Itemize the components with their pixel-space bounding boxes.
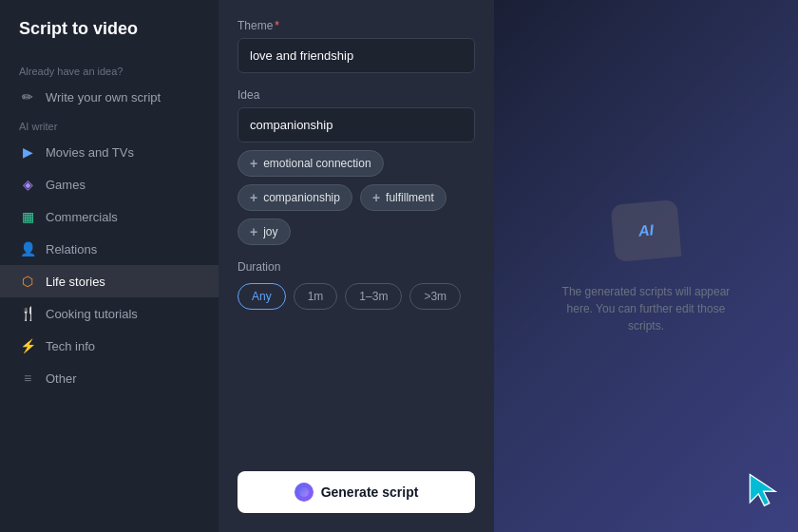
cooking-icon: 🍴 (19, 305, 36, 322)
idea-input[interactable] (238, 107, 475, 142)
plus-icon-1: + (250, 156, 257, 171)
tag-fulfillment[interactable]: + fulfillment (360, 184, 446, 211)
theme-field: Theme * (238, 19, 475, 73)
sidebar-item-other-label: Other (46, 371, 77, 386)
plus-icon-4: + (250, 224, 257, 239)
duration-buttons: Any 1m 1–3m >3m (238, 283, 475, 310)
sidebar-item-life-label: Life stories (46, 275, 105, 289)
duration-gt3m-button[interactable]: >3m (409, 283, 461, 310)
sidebar-item-relations-label: Relations (46, 242, 97, 256)
plus-icon-3: + (372, 190, 380, 205)
sidebar-section-ai-label: AI writer (0, 113, 218, 136)
tag-label-3: fulfillment (386, 191, 434, 204)
pencil-icon: ✏ (19, 88, 36, 105)
duration-1-3m-button[interactable]: 1–3m (345, 283, 402, 310)
sidebar-item-other[interactable]: ≡ Other (0, 362, 218, 394)
form-panel: Theme * Idea + emotional connection + co… (218, 0, 494, 532)
generate-script-button[interactable]: Generate script (238, 471, 475, 513)
sidebar-item-tech[interactable]: ⚡ Tech info (0, 330, 218, 362)
sidebar: Script to video Already have an idea? ✏ … (0, 0, 218, 532)
duration-1m-button[interactable]: 1m (294, 283, 338, 310)
movies-icon: ▶ (19, 143, 36, 161)
sidebar-item-write-own-label: Write your own script (46, 90, 161, 104)
commercials-icon: ▦ (19, 208, 36, 225)
sidebar-item-tech-label: Tech info (46, 339, 95, 353)
tags-container: + emotional connection + companionship +… (238, 150, 475, 245)
ai-logo: AI (608, 198, 684, 264)
life-icon: ⬡ (19, 273, 36, 290)
duration-field: Duration Any 1m 1–3m >3m (238, 260, 475, 310)
preview-panel: AI The generated scripts will appear her… (494, 0, 798, 532)
idea-label: Idea (238, 88, 475, 102)
tag-joy[interactable]: + joy (238, 218, 291, 245)
plus-icon-2: + (250, 190, 257, 205)
theme-required-marker: * (275, 19, 279, 32)
tag-companionship[interactable]: + companionship (238, 184, 352, 211)
sidebar-section-idea-label: Already have an idea? (0, 58, 218, 81)
sidebar-item-movies[interactable]: ▶ Movies and TVs (0, 136, 218, 168)
sidebar-item-write-own[interactable]: ✏ Write your own script (0, 81, 218, 113)
idea-field: Idea + emotional connection + companions… (238, 88, 475, 245)
preview-empty-text: The generated scripts will appear here. … (551, 283, 741, 334)
generate-script-label: Generate script (321, 484, 419, 500)
relations-icon: 👤 (19, 240, 36, 257)
tag-label-4: joy (263, 225, 277, 238)
ai-logo-shape: AI (611, 200, 682, 262)
tag-emotional-connection[interactable]: + emotional connection (238, 150, 384, 177)
tag-label-2: companionship (263, 191, 340, 204)
sidebar-item-movies-label: Movies and TVs (46, 145, 134, 160)
theme-input[interactable] (238, 38, 475, 73)
sidebar-item-cooking[interactable]: 🍴 Cooking tutorials (0, 297, 218, 330)
sidebar-item-cooking-label: Cooking tutorials (46, 307, 138, 321)
tag-label-1: emotional connection (263, 157, 370, 170)
ai-logo-text: AI (637, 221, 655, 239)
main-panel: Theme * Idea + emotional connection + co… (218, 0, 798, 532)
sidebar-item-relations[interactable]: 👤 Relations (0, 233, 218, 265)
sidebar-item-games[interactable]: ◈ Games (0, 168, 218, 200)
other-icon: ≡ (19, 370, 36, 387)
sidebar-item-commercials-label: Commercials (46, 210, 118, 224)
duration-label: Duration (238, 260, 475, 274)
generate-icon (294, 483, 314, 502)
tech-icon: ⚡ (19, 337, 36, 354)
theme-label: Theme * (238, 19, 475, 32)
svg-marker-1 (750, 474, 775, 505)
svg-point-0 (299, 487, 309, 497)
sidebar-item-life[interactable]: ⬡ Life stories (0, 265, 218, 297)
sidebar-item-games-label: Games (46, 178, 86, 192)
app-title: Script to video (0, 19, 218, 58)
sidebar-item-commercials[interactable]: ▦ Commercials (0, 200, 218, 233)
games-icon: ◈ (19, 176, 36, 193)
duration-any-button[interactable]: Any (238, 283, 286, 310)
